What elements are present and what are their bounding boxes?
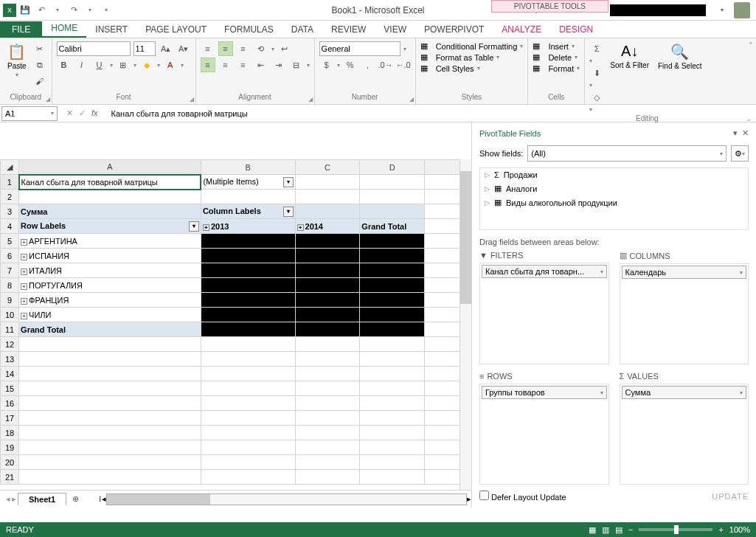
sort-filter-button[interactable]: A↓Sort & Filter	[607, 41, 652, 71]
italic-button[interactable]: I	[74, 58, 89, 72]
select-all-corner[interactable]: ◢	[1, 160, 19, 175]
cell-a11[interactable]: Grand Total	[19, 322, 201, 337]
font-size-input[interactable]	[133, 41, 156, 56]
show-fields-dropdown[interactable]: (All)▾	[527, 145, 726, 162]
alignment-launcher-icon[interactable]: ◢	[308, 96, 313, 103]
tab-data[interactable]: DATA	[282, 21, 322, 38]
align-bottom-icon[interactable]: ≡	[236, 41, 251, 56]
user-avatar[interactable]	[734, 2, 750, 18]
update-button[interactable]: UPDATE	[712, 492, 749, 501]
cells-delete-button[interactable]: Delete	[548, 53, 572, 62]
increase-font-icon[interactable]: A▴	[159, 41, 173, 56]
tab-home[interactable]: HOME	[42, 20, 86, 38]
expand-icon[interactable]: +	[21, 313, 27, 319]
cell-c4[interactable]: +2014	[295, 219, 360, 234]
cell-b3[interactable]: Column Labels▾	[201, 204, 295, 219]
increase-indent-icon[interactable]: ⇥	[271, 58, 286, 72]
view-page-break-icon[interactable]: ▤	[615, 525, 623, 535]
row-header-1[interactable]: 1	[1, 175, 19, 190]
font-color-button[interactable]: A	[163, 58, 178, 72]
tab-review[interactable]: REVIEW	[322, 21, 375, 38]
rows-dropzone[interactable]: Группы товаров▾	[479, 384, 609, 485]
tab-file[interactable]: FILE	[0, 21, 42, 38]
expand-icon[interactable]: +	[21, 239, 27, 246]
merge-chevron[interactable]: ▾	[307, 62, 310, 69]
row-filter-icon[interactable]: ▾	[189, 221, 199, 232]
cell-b4[interactable]: +2013	[201, 219, 295, 234]
undo-icon[interactable]: ↶	[34, 3, 49, 18]
filter-icon[interactable]: ▾	[283, 177, 294, 187]
expand-icon[interactable]: +	[21, 283, 27, 290]
user-menu-chevron[interactable]: ▾	[713, 3, 731, 18]
tab-powerpivot[interactable]: POWERPIVOT	[415, 21, 493, 38]
save-icon[interactable]: 💾	[18, 3, 32, 18]
cell-a10[interactable]: +ЧИЛИ	[19, 308, 201, 322]
values-dropzone[interactable]: Сумма▾	[620, 384, 749, 485]
collapse-ribbon-icon[interactable]: ˄	[746, 38, 756, 104]
cut-icon[interactable]: ✂	[32, 41, 47, 56]
copy-icon[interactable]: ⧉	[32, 58, 47, 72]
cell-d4[interactable]: Grand Total	[360, 219, 425, 234]
borders-chevron[interactable]: ▾	[133, 62, 136, 69]
view-page-layout-icon[interactable]: ▥	[602, 525, 609, 535]
merge-center-icon[interactable]: ⊟	[289, 58, 304, 72]
col-header-a[interactable]: A	[19, 160, 201, 175]
vertical-scrollbar[interactable]	[460, 159, 471, 490]
worksheet-grid[interactable]: ◢ABCD 1Канал сбыта для товарной матрицы(…	[0, 159, 471, 490]
pane-menu-chevron[interactable]: ▾	[733, 128, 738, 138]
excel-icon[interactable]: X	[3, 4, 16, 17]
zoom-slider[interactable]	[639, 528, 712, 531]
find-select-button[interactable]: 🔍Find & Select	[655, 41, 704, 72]
cells-format-button[interactable]: Format	[548, 64, 574, 73]
conditional-formatting-icon[interactable]: ▦	[420, 41, 428, 51]
column-filter-icon[interactable]: ▾	[283, 207, 294, 217]
undo-menu-chevron[interactable]: ▾	[50, 3, 65, 18]
clipboard-launcher-icon[interactable]: ◢	[46, 96, 50, 103]
cells-insert-button[interactable]: Insert	[548, 42, 569, 51]
orientation-icon[interactable]: ⟲	[254, 41, 268, 56]
accounting-format-icon[interactable]: $	[319, 58, 334, 72]
insert-function-icon[interactable]: fx	[91, 108, 98, 118]
expand-icon[interactable]: +	[21, 268, 27, 275]
cell-a7[interactable]: +ИТАЛИЯ	[19, 263, 201, 278]
sheet-tab-sheet1[interactable]: Sheet1	[18, 493, 66, 505]
add-sheet-button[interactable]: ⊕	[68, 492, 83, 507]
pane-close-icon[interactable]: ✕	[742, 128, 749, 138]
decrease-font-icon[interactable]: A▾	[176, 41, 191, 56]
font-family-input[interactable]	[57, 41, 131, 56]
tab-analyze[interactable]: ANALYZE	[493, 21, 550, 38]
zoom-level[interactable]: 100%	[729, 525, 750, 534]
cell-a3[interactable]: Сумма	[19, 204, 201, 219]
fill-chevron[interactable]: ▾	[589, 82, 604, 89]
cell-styles-icon[interactable]: ▦	[420, 63, 428, 73]
number-launcher-icon[interactable]: ◢	[409, 96, 414, 103]
autosum-chevron[interactable]: ▾	[589, 58, 604, 64]
increase-decimal-icon[interactable]: .0→	[378, 58, 393, 72]
cell-a9[interactable]: +ФРАНЦИЯ	[19, 293, 201, 308]
align-center-icon[interactable]: ≡	[218, 58, 233, 72]
name-box[interactable]: A1▾	[1, 106, 58, 121]
decrease-indent-icon[interactable]: ⇤	[254, 58, 268, 72]
fill-color-button[interactable]: ◆	[139, 58, 154, 72]
borders-button[interactable]: ⊞	[116, 58, 131, 72]
tab-view[interactable]: VIEW	[375, 21, 415, 38]
cancel-formula-icon[interactable]: ✕	[66, 108, 73, 118]
value-pill[interactable]: Сумма▾	[622, 386, 747, 399]
font-launcher-icon[interactable]: ◢	[190, 96, 194, 103]
view-normal-icon[interactable]: ▦	[589, 525, 596, 535]
zoom-in-icon[interactable]: +	[718, 525, 723, 534]
sheet-nav-next-icon[interactable]: ▸	[12, 494, 16, 504]
redo-icon[interactable]: ↷	[66, 3, 81, 18]
zoom-out-icon[interactable]: −	[628, 525, 633, 534]
align-right-icon[interactable]: ≡	[236, 58, 251, 72]
sheet-nav-prev-icon[interactable]: ◂	[6, 494, 10, 504]
columns-dropzone[interactable]: Календарь▾	[620, 263, 749, 364]
qat-customize-chevron[interactable]: ▾	[99, 3, 114, 18]
clear-icon[interactable]: ◇	[589, 90, 604, 105]
clear-chevron[interactable]: ▾	[589, 106, 604, 113]
tab-design[interactable]: DESIGN	[550, 21, 602, 38]
cell-styles-button[interactable]: Cell Styles	[436, 64, 474, 73]
cells-insert-icon[interactable]: ▦	[533, 41, 540, 51]
font-color-chevron[interactable]: ▾	[181, 62, 184, 69]
column-pill[interactable]: Календарь▾	[622, 266, 747, 279]
